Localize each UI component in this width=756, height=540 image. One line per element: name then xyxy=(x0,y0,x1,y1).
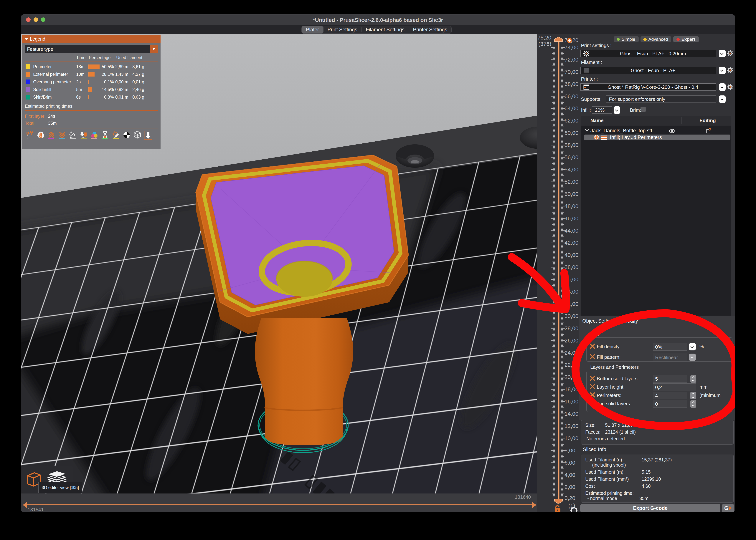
svg-text:32,00: 32,00 xyxy=(564,301,578,307)
svg-text:14,00: 14,00 xyxy=(564,411,578,417)
svg-text:(376): (376) xyxy=(538,41,551,47)
svg-text:54,00: 54,00 xyxy=(564,166,578,173)
svg-text:2,00: 2,00 xyxy=(564,484,575,490)
svg-text:58,00: 58,00 xyxy=(564,142,578,148)
svg-text:36,00: 36,00 xyxy=(564,276,578,282)
svg-text:66,00: 66,00 xyxy=(564,93,578,99)
svg-text:46,00: 46,00 xyxy=(564,215,578,221)
svg-text:62,00: 62,00 xyxy=(564,117,578,124)
svg-text:44,00: 44,00 xyxy=(564,227,578,234)
svg-text:42,00: 42,00 xyxy=(564,240,578,246)
svg-text:24,00: 24,00 xyxy=(564,350,578,356)
svg-text:68,00: 68,00 xyxy=(564,81,578,87)
svg-text:34,00: 34,00 xyxy=(564,289,578,295)
svg-text:70,00: 70,00 xyxy=(564,69,578,75)
svg-text:60,00: 60,00 xyxy=(564,130,578,136)
svg-text:72,00: 72,00 xyxy=(564,57,578,63)
svg-text:26,00: 26,00 xyxy=(564,338,578,343)
svg-text:52,00: 52,00 xyxy=(564,179,578,185)
svg-text:28,00: 28,00 xyxy=(564,325,578,331)
svg-text:0,20: 0,20 xyxy=(564,495,575,501)
svg-text:50,00: 50,00 xyxy=(564,191,578,197)
svg-text:74,00: 74,00 xyxy=(564,44,578,51)
svg-text:48,00: 48,00 xyxy=(564,203,578,209)
svg-text:75,20: 75,20 xyxy=(537,35,551,41)
svg-text:30,00: 30,00 xyxy=(564,313,578,319)
svg-text:12,00: 12,00 xyxy=(564,423,578,429)
svg-text:40,00: 40,00 xyxy=(564,252,578,258)
svg-text:18,00: 18,00 xyxy=(564,386,578,392)
svg-text:20,00: 20,00 xyxy=(564,374,578,380)
svg-text:38,00: 38,00 xyxy=(564,264,578,270)
svg-text:22,00: 22,00 xyxy=(564,362,578,368)
svg-text:56,00: 56,00 xyxy=(564,154,578,160)
svg-text:16,00: 16,00 xyxy=(564,398,578,405)
svg-text:64,00: 64,00 xyxy=(564,105,578,111)
svg-text:4,00: 4,00 xyxy=(564,472,575,478)
svg-text:8,00: 8,00 xyxy=(564,447,575,454)
svg-text:6,00: 6,00 xyxy=(564,460,575,466)
svg-text:10,00: 10,00 xyxy=(564,435,578,441)
